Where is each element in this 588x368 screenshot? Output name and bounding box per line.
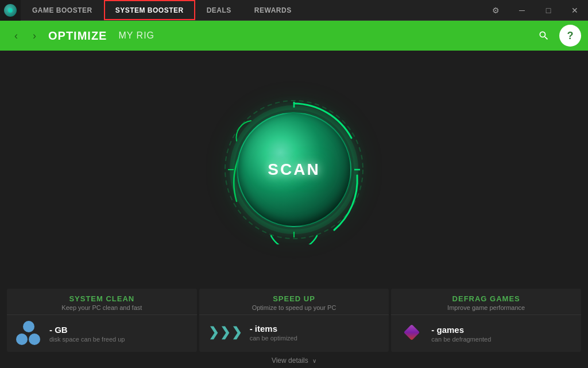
speed-up-title: SPEED UP [208,294,380,303]
speed-up-icon: ❯ ❯ ❯ [208,325,242,340]
system-clean-header: SYSTEM CLEAN Keep your PC clean and fast [7,289,197,315]
toolbar-right: ? [533,25,581,47]
arrow-3: ❯ [231,325,242,340]
toolbar: ‹ › OPTIMIZE MY RIG ? [0,21,588,51]
nav-forward-button[interactable]: › [25,26,44,45]
tab-rewards[interactable]: REWARDS [243,0,303,20]
help-button[interactable]: ? [559,25,581,47]
main-content: SCAN SYSTEM CLEAN Keep your PC clean and… [0,51,588,368]
settings-button[interactable]: ⚙ [482,0,509,21]
diamond-icon [400,321,423,344]
system-clean-data: - GB disk space can be freed up [49,325,188,343]
scan-button-container: SCAN [219,95,369,244]
nav-back-button[interactable]: ‹ [7,26,25,45]
scan-button[interactable]: SCAN [237,112,351,227]
window-controls: ⚙ ─ □ ✕ [482,0,588,20]
system-clean-title: SYSTEM CLEAN [16,294,188,303]
chevron-down-icon: ∨ [312,358,316,364]
speed-up-panel: SPEED UP Optimize to speed up your PC ❯ … [199,289,389,352]
scan-button-label: SCAN [268,160,320,179]
arrow-2: ❯ [220,325,230,340]
arrow-1: ❯ [208,325,219,340]
speed-up-subtitle: Optimize to speed up your PC [208,304,380,311]
defrag-games-data: - games can be defragmented [431,325,572,343]
speed-up-desc: can be optimized [250,335,380,342]
speed-up-header: SPEED UP Optimize to speed up your PC [199,289,389,315]
system-clean-desc: disk space can be freed up [49,336,188,343]
toolbar-title: OPTIMIZE [48,29,107,43]
svg-rect-6 [404,324,420,340]
app-logo [0,0,21,21]
defrag-games-title: DEFRAG GAMES [400,294,572,303]
minimize-button[interactable]: ─ [509,0,535,21]
system-clean-content: - GB disk space can be freed up [7,315,197,352]
defrag-games-value: - games [431,325,572,335]
search-button[interactable] [533,25,555,47]
toolbar-subtitle: MY RIG [118,30,154,41]
tab-game-booster[interactable]: GAME BOOSTER [21,0,104,20]
speed-up-data: - items can be optimized [250,324,380,342]
scan-area: SCAN [219,51,369,289]
defrag-games-header: DEFRAG GAMES Improve game performance [391,289,581,315]
system-clean-value: - GB [49,325,188,335]
speed-up-content: ❯ ❯ ❯ - items can be optimized [199,315,389,350]
search-icon [538,30,550,41]
view-details-label: View details [272,356,308,365]
panels-row: SYSTEM CLEAN Keep your PC clean and fast… [7,289,581,352]
title-nav-tabs: GAME BOOSTER SYSTEM BOOSTER DEALS REWARD… [21,0,482,20]
defrag-games-icon [400,321,423,346]
title-bar: GAME BOOSTER SYSTEM BOOSTER DEALS REWARD… [0,0,588,21]
view-details-row[interactable]: View details ∨ [7,352,581,368]
system-clean-panel: SYSTEM CLEAN Keep your PC clean and fast… [7,289,197,352]
speed-up-value: - items [250,324,380,334]
tab-system-booster[interactable]: SYSTEM BOOSTER [104,0,195,20]
close-button[interactable]: ✕ [562,0,588,21]
maximize-button[interactable]: □ [535,0,562,21]
defrag-games-content: - games can be defragmented [391,315,581,352]
system-clean-icon [16,321,41,346]
defrag-games-subtitle: Improve game performance [400,304,572,311]
system-clean-subtitle: Keep your PC clean and fast [16,304,188,311]
defrag-games-desc: can be defragmented [431,336,572,343]
bottom-panels: SYSTEM CLEAN Keep your PC clean and fast… [0,289,588,368]
logo-icon [4,4,17,17]
tab-deals[interactable]: DEALS [195,0,243,20]
defrag-games-panel: DEFRAG GAMES Improve game performance [391,289,581,352]
